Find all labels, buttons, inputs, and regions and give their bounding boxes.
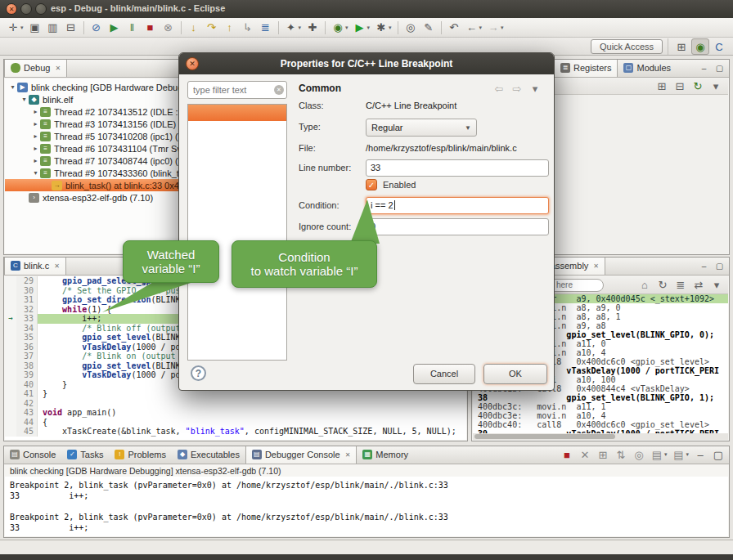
gutter-annotation[interactable]: [5, 295, 16, 305]
view-menu-icon[interactable]: ▾▾: [708, 277, 725, 293]
enabled-checkbox[interactable]: ✓: [366, 179, 377, 190]
sidebar-item[interactable]: [188, 121, 286, 137]
expander-icon[interactable]: ▸: [31, 132, 40, 140]
view-menu-icon[interactable]: ▾▾: [527, 80, 543, 96]
gutter-annotation[interactable]: [5, 324, 16, 334]
filter-input[interactable]: [187, 81, 287, 99]
expander-icon[interactable]: ▾: [20, 96, 29, 103]
search-icon[interactable]: ◎▾: [402, 20, 419, 36]
new-cpp-project-icon[interactable]: ✚▾: [304, 20, 321, 36]
print-icon[interactable]: ⊟▾: [63, 20, 79, 36]
dialog-close-button[interactable]: ✕: [186, 57, 199, 70]
view-menu-icon[interactable]: ▾▾: [708, 78, 724, 95]
close-icon[interactable]: ✕: [54, 262, 60, 270]
refresh-icon[interactable]: ↻▾: [654, 277, 671, 293]
gutter-annotation[interactable]: →: [5, 314, 16, 324]
ok-button[interactable]: OK: [483, 364, 547, 384]
cpp-perspective-icon[interactable]: C▾: [711, 38, 727, 55]
step-over-icon[interactable]: ↷▾: [204, 20, 220, 36]
maximize-icon[interactable]: ▢: [713, 62, 726, 74]
sync-icon[interactable]: ⇄▾: [690, 277, 707, 293]
expander-icon[interactable]: ▸: [31, 108, 40, 115]
disconnect-icon[interactable]: ⊗▾: [160, 20, 177, 36]
close-icon[interactable]: ✕: [593, 262, 599, 270]
scrollbar-thumb[interactable]: [474, 434, 615, 439]
gutter-annotation[interactable]: [5, 343, 16, 352]
expander-icon[interactable]: ▾: [8, 83, 17, 91]
skip-all-breakpoints-icon[interactable]: ⊘▾: [88, 20, 105, 36]
resume-icon[interactable]: ▶▾: [106, 20, 123, 36]
help-button[interactable]: ?: [191, 365, 206, 381]
terminate-icon[interactable]: ■▾: [142, 20, 159, 36]
open-console-icon[interactable]: ▤▾: [670, 446, 690, 463]
gutter-annotation[interactable]: [5, 352, 16, 361]
tab-modules[interactable]: Modules: [618, 59, 677, 77]
gutter-annotation[interactable]: [5, 399, 16, 409]
code-line[interactable]: 44 {: [5, 418, 466, 428]
suspend-icon[interactable]: ‖▾: [124, 20, 141, 36]
home-icon[interactable]: ⌂▾: [636, 277, 653, 293]
tab-debug[interactable]: Debug ✕: [4, 59, 67, 77]
console-tab[interactable]: Debugger Console ✕: [245, 446, 357, 464]
pin-console-icon[interactable]: ◎▾: [631, 446, 647, 463]
minimize-icon[interactable]: –: [698, 260, 710, 272]
console-tab[interactable]: Tasks ✕: [61, 446, 109, 464]
line-number-field[interactable]: 33: [366, 159, 549, 177]
quick-access-button[interactable]: Quick Access: [591, 39, 663, 54]
window-minimize-button[interactable]: [20, 3, 32, 15]
back-icon[interactable]: ←▾: [464, 20, 484, 36]
gutter-annotation[interactable]: [5, 408, 16, 418]
gutter-annotation[interactable]: [5, 361, 16, 371]
open-perspective-icon[interactable]: ⊞▾: [673, 38, 690, 55]
gutter-annotation[interactable]: [5, 418, 16, 428]
debug-perspective-icon[interactable]: ◉▾: [691, 38, 709, 55]
open-element-icon[interactable]: ✎▾: [420, 20, 437, 36]
collapse-all-icon[interactable]: ⊟▾: [672, 78, 688, 95]
gutter-annotation[interactable]: [5, 333, 16, 343]
gutter-annotation[interactable]: [5, 380, 16, 390]
refresh-icon[interactable]: ↻▾: [690, 78, 706, 95]
maximize-icon[interactable]: ▢: [713, 260, 726, 272]
type-dropdown[interactable]: Regular ▼: [366, 119, 477, 137]
console-tab[interactable]: Problems ✕: [109, 446, 171, 464]
tab-registers[interactable]: Registers: [554, 59, 618, 77]
ignore-count-field[interactable]: 0: [366, 218, 549, 235]
expander-icon[interactable]: ▸: [31, 157, 40, 164]
terminate-icon[interactable]: ■▾: [559, 446, 575, 463]
save-icon[interactable]: ▣▾: [27, 20, 43, 36]
gutter-annotation[interactable]: [5, 389, 16, 399]
clear-console-icon[interactable]: ⊞▾: [595, 446, 611, 463]
show-source-icon[interactable]: ≣▾: [672, 277, 689, 293]
gutter-annotation[interactable]: [5, 427, 16, 437]
close-icon[interactable]: ✕: [55, 65, 61, 72]
clear-filter-icon[interactable]: ✕: [274, 85, 284, 95]
gutter-annotation[interactable]: [5, 370, 16, 380]
horizontal-scrollbar[interactable]: [473, 433, 728, 440]
build-icon[interactable]: ✦▾: [283, 20, 304, 36]
code-line[interactable]: 45 xTaskCreate(&blink_task, "blink_task"…: [5, 427, 466, 437]
expander-icon[interactable]: ▾: [31, 169, 40, 177]
close-icon[interactable]: ✕: [345, 451, 351, 459]
instruction-stepping-icon[interactable]: ≣▾: [258, 20, 274, 36]
back-icon[interactable]: ⇦▾: [491, 80, 507, 96]
layout-icon[interactable]: ⊞▾: [654, 78, 670, 95]
last-edit-location-icon[interactable]: ↶▾: [446, 20, 462, 36]
forward-icon[interactable]: →▾: [485, 20, 506, 36]
tab-blink-c[interactable]: blink.c ✕: [4, 257, 66, 275]
expander-icon[interactable]: ▸: [31, 120, 40, 128]
display-console-icon[interactable]: ▤▾: [649, 446, 669, 463]
console-tab[interactable]: Console ✕: [4, 446, 61, 464]
expander-icon[interactable]: ▸: [31, 145, 40, 152]
code-line[interactable]: 42: [5, 399, 466, 409]
external-tools-icon[interactable]: ✱▾: [373, 20, 393, 36]
minimize-icon[interactable]: –▾: [692, 446, 708, 463]
gutter-annotation[interactable]: [5, 286, 16, 296]
forward-icon[interactable]: ⇨▾: [509, 80, 525, 96]
gutter-annotation[interactable]: [5, 276, 16, 286]
run-icon[interactable]: ▶▾: [352, 20, 372, 36]
sidebar-item[interactable]: [188, 137, 286, 154]
sidebar-item[interactable]: [188, 105, 286, 121]
window-maximize-button[interactable]: [35, 3, 47, 15]
debug-icon[interactable]: ◉▾: [330, 20, 350, 36]
maximize-icon[interactable]: ▢▾: [710, 446, 726, 463]
